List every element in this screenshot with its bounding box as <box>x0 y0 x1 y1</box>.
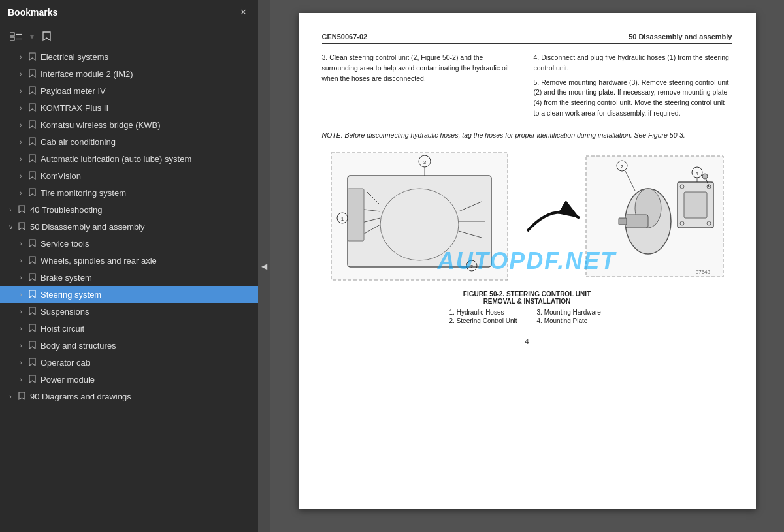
sidebar-item-50-disassembly[interactable]: ∨50 Disassembly and assembly <box>0 218 258 235</box>
sidebar-item-suspensions[interactable]: ›Suspensions <box>0 303 258 320</box>
arrow-diagram <box>524 198 583 238</box>
svg-text:2: 2 <box>620 164 623 170</box>
svg-rect-29 <box>619 218 627 225</box>
svg-rect-33 <box>684 192 707 218</box>
sidebar-item-wheels-spindles[interactable]: ›Wheels, spindles and rear axle <box>0 252 258 269</box>
expand-all-button[interactable] <box>7 30 25 43</box>
sidebar-item-komatsu-wireless-bridge[interactable]: ›Komatsu wireless bridge (KWB) <box>0 116 258 133</box>
step3-text: 3. Clean steering control unit (2, Figur… <box>322 53 521 84</box>
sidebar-item-hoist-circuit[interactable]: ›Hoist circuit <box>0 320 258 337</box>
page-header: CEN50067-02 50 Disassembly and assembly <box>322 33 732 44</box>
sidebar-item-label: Automatic lubrication (auto lube) system <box>41 154 191 164</box>
expander-icon: › <box>16 70 26 78</box>
bookmark-icon <box>27 52 37 62</box>
sidebar-list: ›Electrical systems›Interface module 2 (… <box>0 48 258 532</box>
main-content: AUTOPDF.NET CEN50067-02 50 Disassembly a… <box>270 0 784 532</box>
sidebar-item-operator-cab[interactable]: ›Operator cab <box>0 354 258 371</box>
bookmark-icon <box>17 204 26 215</box>
col1-text: 3. Clean steering control unit (2, Figur… <box>322 53 521 123</box>
sidebar: Bookmarks × ▾ ›Electrical systems›Interf… <box>0 0 258 532</box>
svg-rect-0 <box>10 33 14 36</box>
svg-rect-1 <box>10 37 14 40</box>
bookmark-icon <box>17 391 26 401</box>
sidebar-item-cab-air-conditioning[interactable]: ›Cab air conditioning <box>0 133 258 150</box>
sidebar-item-tire-monitoring[interactable]: ›Tire monitoring system <box>0 184 258 201</box>
pdf-page: AUTOPDF.NET CEN50067-02 50 Disassembly a… <box>299 13 756 509</box>
bookmark-icon <box>27 119 37 130</box>
svg-rect-16 <box>348 189 364 241</box>
right-diagram: 2 4 <box>583 153 727 283</box>
sidebar-item-payload-meter-iv[interactable]: ›Payload meter IV <box>0 82 258 99</box>
sidebar-item-interface-module-2[interactable]: ›Interface module 2 (IM2) <box>0 65 258 82</box>
expander-icon: › <box>5 393 16 400</box>
svg-rect-28 <box>625 215 648 228</box>
sidebar-item-label: 50 Disassembly and assembly <box>30 222 145 232</box>
sidebar-item-komvision[interactable]: ›KomVision <box>0 167 258 184</box>
sidebar-item-label: KomVision <box>41 171 81 181</box>
sidebar-item-label: Komatsu wireless bridge (KWB) <box>41 120 161 130</box>
expander-icon: › <box>16 155 26 163</box>
figure-caption: FIGURE 50-2. STEERING CONTROL UNIT REMOV… <box>463 290 591 305</box>
page-number: 4 <box>322 337 732 345</box>
step4-text: 4. Disconnect and plug five hydraulic ho… <box>534 53 732 74</box>
sidebar-item-steering-system[interactable]: ›Steering system <box>0 286 258 303</box>
collapse-sidebar-button[interactable]: ◀ <box>258 0 270 532</box>
bookmark-toolbar-icon <box>42 31 51 42</box>
bookmark-icon <box>27 323 37 334</box>
sidebar-header: Bookmarks × <box>0 0 258 25</box>
bookmark-icon <box>27 69 37 79</box>
sidebar-close-button[interactable]: × <box>237 5 250 20</box>
bookmark-icon <box>27 86 37 96</box>
sidebar-item-40-troubleshooting[interactable]: ›40 Troubleshooting <box>0 201 258 218</box>
sidebar-item-auto-lube[interactable]: ›Automatic lubrication (auto lube) syste… <box>0 150 258 167</box>
sidebar-item-power-module[interactable]: ›Power module <box>0 371 258 388</box>
bookmark-icon <box>27 255 37 266</box>
figure-legend: 1. Hydraulic Hoses 3. Mounting Hardware … <box>449 309 605 324</box>
sidebar-item-service-tools[interactable]: ›Service tools <box>0 235 258 252</box>
expander-icon: › <box>16 121 26 129</box>
bookmark-button[interactable] <box>39 29 54 44</box>
figure-area: 3 <box>322 149 732 324</box>
expander-icon: › <box>16 104 26 112</box>
legend-item-3: 3. Mounting Hardware <box>537 309 605 316</box>
sidebar-item-komtrax-plus-ii[interactable]: ›KOMTRAX Plus II <box>0 99 258 116</box>
bookmark-icon <box>27 374 37 384</box>
bookmark-icon <box>27 238 37 249</box>
expander-icon: › <box>16 257 26 264</box>
sidebar-item-label: Tire monitoring system <box>41 188 126 198</box>
page-header-left: CEN50067-02 <box>322 33 368 40</box>
legend-item-1: 1. Hydraulic Hoses <box>449 309 517 316</box>
bookmark-icon <box>27 136 37 147</box>
expander-icon: › <box>16 359 26 366</box>
note-text: NOTE: Before disconnecting hydraulic hos… <box>322 131 732 141</box>
expander-icon: › <box>16 189 26 196</box>
sidebar-item-90-diagrams[interactable]: ›90 Diagrams and drawings <box>0 388 258 405</box>
toolbar-divider: ▾ <box>30 32 34 41</box>
sidebar-item-label: Power module <box>41 375 95 384</box>
svg-text:1: 1 <box>340 216 344 222</box>
expander-icon: › <box>5 206 16 213</box>
svg-text:3: 3 <box>423 159 426 165</box>
sidebar-item-electrical-systems[interactable]: ›Electrical systems <box>0 48 258 65</box>
sidebar-item-label: KOMTRAX Plus II <box>41 103 108 113</box>
svg-text:2: 2 <box>470 264 473 270</box>
sidebar-item-label: Service tools <box>41 239 89 249</box>
expander-icon: › <box>16 274 26 281</box>
sidebar-item-label: Payload meter IV <box>41 86 106 96</box>
expander-icon: › <box>16 342 26 349</box>
sidebar-title: Bookmarks <box>8 7 57 18</box>
expander-icon: › <box>16 376 26 383</box>
left-diagram: 3 <box>328 149 524 287</box>
pdf-viewer: AUTOPDF.NET CEN50067-02 50 Disassembly a… <box>270 0 784 532</box>
sidebar-item-label: 40 Troubleshooting <box>30 205 103 215</box>
sidebar-item-brake-system[interactable]: ›Brake system <box>0 269 258 286</box>
sidebar-item-label: Brake system <box>41 273 92 283</box>
sidebar-item-label: Suspensions <box>41 307 89 317</box>
svg-point-39 <box>702 174 708 179</box>
bookmark-icon <box>27 153 37 164</box>
expander-icon: › <box>16 87 26 95</box>
sidebar-item-body-structures[interactable]: ›Body and structures <box>0 337 258 354</box>
expander-icon: › <box>16 240 26 247</box>
expander-icon: › <box>16 172 26 180</box>
legend-item-4: 4. Mounting Plate <box>537 317 605 324</box>
